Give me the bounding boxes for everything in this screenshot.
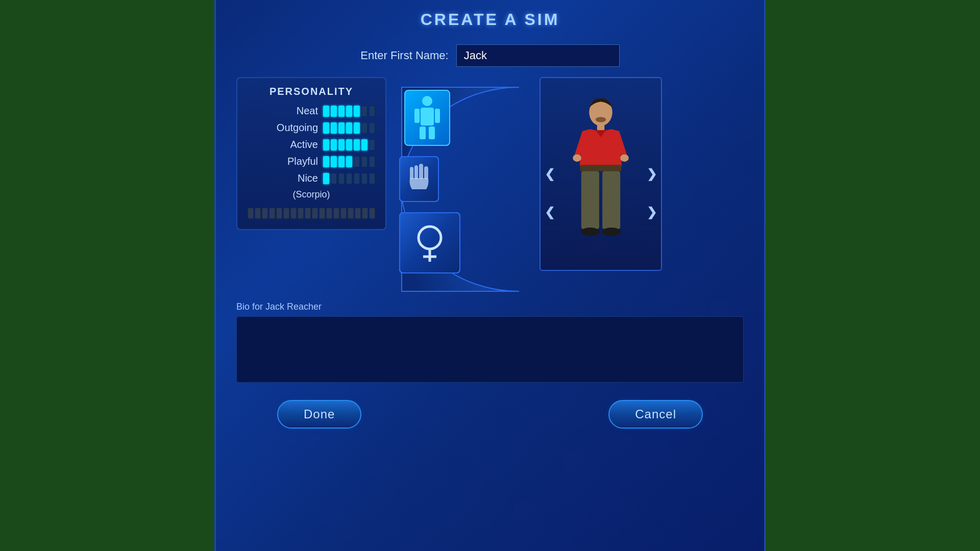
first-name-input[interactable] (456, 44, 620, 67)
page-title: CREATE A SIM (421, 10, 560, 29)
svg-rect-23 (410, 167, 413, 179)
svg-rect-22 (424, 166, 428, 179)
svg-point-35 (620, 154, 629, 161)
body-prev-arrow[interactable]: ❮ (545, 167, 555, 181)
trait-outgoing-bar (323, 122, 375, 134)
hand-right-icon (408, 164, 430, 194)
trait-active: Active (248, 139, 375, 151)
bio-label: Bio for Jack Reacher (236, 302, 744, 312)
cancel-button[interactable]: Cancel (608, 400, 703, 429)
trait-outgoing: Outgoing (248, 122, 375, 134)
personality-title: PERSONALITY (248, 86, 375, 97)
name-row: Enter First Name: (360, 44, 619, 67)
hand-right-button[interactable] (399, 156, 439, 202)
trait-playful-label: Playful (272, 156, 318, 167)
svg-point-32 (596, 117, 606, 122)
person-blue-icon (414, 95, 440, 141)
trait-neat: Neat (248, 105, 375, 117)
extra-bar (248, 208, 375, 219)
main-area: PERSONALITY Neat Outgoing (216, 77, 764, 296)
svg-point-40 (602, 228, 621, 236)
svg-point-34 (573, 154, 581, 161)
svg-point-6 (422, 96, 432, 106)
svg-rect-36 (580, 165, 622, 171)
buttons-row: Done Cancel (216, 400, 764, 429)
body-next-arrow[interactable]: ❯ (647, 167, 657, 181)
done-button[interactable]: Done (277, 400, 361, 429)
trait-outgoing-label: Outgoing (272, 122, 318, 134)
svg-rect-37 (581, 171, 599, 230)
circle-selector (397, 82, 529, 296)
svg-rect-21 (414, 165, 418, 179)
bio-section: Bio for Jack Reacher (216, 302, 764, 385)
body-type-blue-button[interactable] (404, 90, 450, 146)
game-window: CREATE A SIM Enter First Name: PERSONALI… (214, 0, 766, 551)
outfit-prev-arrow[interactable]: ❮ (545, 205, 555, 219)
outfit-next-arrow[interactable]: ❯ (647, 205, 657, 219)
svg-rect-9 (429, 127, 435, 139)
svg-rect-8 (420, 127, 426, 139)
name-label: Enter First Name: (360, 49, 448, 62)
gender-female-button[interactable] (399, 212, 460, 273)
trait-active-bar (323, 139, 375, 151)
trait-nice: Nice (248, 172, 375, 184)
trait-neat-label: Neat (272, 105, 318, 117)
trait-nice-label: Nice (272, 172, 318, 184)
svg-point-28 (419, 227, 441, 249)
trait-neat-bar (323, 106, 375, 117)
bio-textarea[interactable] (236, 316, 744, 383)
svg-rect-20 (419, 164, 423, 179)
character-preview-panel: ❮ ❯ ❮ ❯ (540, 77, 662, 271)
trait-nice-bar (323, 173, 375, 184)
svg-point-39 (581, 228, 600, 236)
personality-panel: PERSONALITY Neat Outgoing (236, 77, 386, 230)
svg-rect-38 (602, 171, 620, 230)
zodiac-label: (Scorpio) (248, 189, 375, 200)
trait-active-label: Active (272, 139, 318, 151)
trait-playful-bar (323, 156, 375, 167)
svg-rect-10 (414, 109, 420, 123)
female-symbol-icon (412, 220, 448, 266)
svg-rect-11 (435, 109, 440, 123)
character-figure (565, 97, 636, 261)
trait-playful: Playful (248, 156, 375, 167)
svg-rect-7 (421, 108, 434, 126)
